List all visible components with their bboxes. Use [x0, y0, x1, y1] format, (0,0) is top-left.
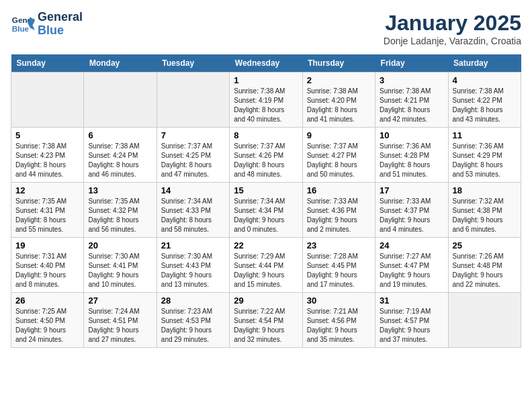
day-number: 1 — [234, 75, 298, 85]
day-number: 14 — [161, 185, 225, 195]
calendar-cell — [84, 73, 157, 128]
day-number: 19 — [15, 240, 79, 250]
day-number: 25 — [453, 240, 517, 250]
calendar-cell: 7Sunrise: 7:37 AM Sunset: 4:25 PM Daylig… — [157, 128, 229, 183]
day-number: 15 — [234, 185, 298, 195]
calendar-cell: 12Sunrise: 7:35 AM Sunset: 4:31 PM Dayli… — [11, 183, 84, 238]
day-info: Sunrise: 7:27 AM Sunset: 4:47 PM Dayligh… — [380, 252, 443, 289]
calendar-cell: 23Sunrise: 7:28 AM Sunset: 4:45 PM Dayli… — [302, 238, 375, 293]
day-number: 17 — [380, 185, 443, 195]
day-info: Sunrise: 7:38 AM Sunset: 4:24 PM Dayligh… — [88, 142, 152, 179]
day-number: 11 — [453, 130, 517, 140]
day-info: Sunrise: 7:33 AM Sunset: 4:37 PM Dayligh… — [380, 197, 443, 234]
day-info: Sunrise: 7:22 AM Sunset: 4:54 PM Dayligh… — [234, 307, 298, 345]
calendar-cell: 24Sunrise: 7:27 AM Sunset: 4:47 PM Dayli… — [375, 238, 448, 293]
day-number: 3 — [380, 75, 443, 85]
calendar-cell: 29Sunrise: 7:22 AM Sunset: 4:54 PM Dayli… — [230, 293, 302, 348]
day-info: Sunrise: 7:31 AM Sunset: 4:40 PM Dayligh… — [15, 252, 79, 289]
calendar-cell: 25Sunrise: 7:26 AM Sunset: 4:48 PM Dayli… — [448, 238, 521, 293]
day-info: Sunrise: 7:35 AM Sunset: 4:31 PM Dayligh… — [15, 197, 79, 234]
day-number: 16 — [307, 185, 371, 195]
calendar-cell: 27Sunrise: 7:24 AM Sunset: 4:51 PM Dayli… — [84, 293, 157, 348]
day-number: 7 — [161, 130, 225, 140]
day-info: Sunrise: 7:37 AM Sunset: 4:25 PM Dayligh… — [161, 142, 225, 179]
day-number: 23 — [307, 240, 371, 250]
day-info: Sunrise: 7:19 AM Sunset: 4:57 PM Dayligh… — [380, 307, 443, 345]
day-number: 29 — [234, 295, 298, 306]
day-info: Sunrise: 7:38 AM Sunset: 4:19 PM Dayligh… — [234, 87, 298, 124]
day-info: Sunrise: 7:37 AM Sunset: 4:26 PM Dayligh… — [234, 142, 298, 179]
calendar-cell: 1Sunrise: 7:38 AM Sunset: 4:19 PM Daylig… — [230, 73, 302, 128]
day-number: 28 — [161, 295, 225, 306]
calendar-cell — [448, 293, 521, 348]
day-number: 21 — [161, 240, 225, 250]
calendar-cell: 17Sunrise: 7:33 AM Sunset: 4:37 PM Dayli… — [375, 183, 448, 238]
calendar-cell: 6Sunrise: 7:38 AM Sunset: 4:24 PM Daylig… — [84, 128, 157, 183]
day-header-sunday: Sunday — [11, 54, 84, 73]
calendar-cell: 19Sunrise: 7:31 AM Sunset: 4:40 PM Dayli… — [11, 238, 84, 293]
day-number: 8 — [234, 130, 298, 140]
day-number: 13 — [88, 185, 152, 195]
day-info: Sunrise: 7:30 AM Sunset: 4:43 PM Dayligh… — [161, 252, 225, 289]
day-header-saturday: Saturday — [448, 54, 521, 73]
day-number: 12 — [15, 185, 79, 195]
calendar-cell: 31Sunrise: 7:19 AM Sunset: 4:57 PM Dayli… — [375, 293, 448, 348]
calendar-cell: 14Sunrise: 7:34 AM Sunset: 4:33 PM Dayli… — [157, 183, 229, 238]
logo-icon: General Blue — [11, 12, 35, 36]
day-number: 2 — [307, 75, 371, 85]
svg-text:Blue: Blue — [12, 24, 30, 33]
calendar-cell — [157, 73, 229, 128]
day-number: 31 — [380, 295, 443, 306]
calendar-cell: 26Sunrise: 7:25 AM Sunset: 4:50 PM Dayli… — [11, 293, 84, 348]
day-header-tuesday: Tuesday — [157, 54, 229, 73]
day-number: 20 — [88, 240, 152, 250]
calendar-cell: 18Sunrise: 7:32 AM Sunset: 4:38 PM Dayli… — [448, 183, 521, 238]
title-area: January 2025 Donje Ladanje, Varazdin, Cr… — [384, 11, 521, 46]
day-number: 5 — [15, 130, 79, 140]
day-info: Sunrise: 7:38 AM Sunset: 4:23 PM Dayligh… — [15, 142, 79, 179]
day-number: 27 — [88, 295, 152, 306]
day-info: Sunrise: 7:25 AM Sunset: 4:50 PM Dayligh… — [15, 307, 79, 345]
logo: General Blue GeneralBlue — [11, 11, 83, 38]
day-info: Sunrise: 7:37 AM Sunset: 4:27 PM Dayligh… — [307, 142, 371, 179]
calendar-cell: 28Sunrise: 7:23 AM Sunset: 4:53 PM Dayli… — [157, 293, 229, 348]
day-number: 4 — [453, 75, 517, 85]
week-row-3: 12Sunrise: 7:35 AM Sunset: 4:31 PM Dayli… — [11, 183, 521, 238]
day-info: Sunrise: 7:30 AM Sunset: 4:41 PM Dayligh… — [88, 252, 152, 289]
day-info: Sunrise: 7:38 AM Sunset: 4:21 PM Dayligh… — [380, 87, 443, 124]
calendar-table: SundayMondayTuesdayWednesdayThursdayFrid… — [11, 54, 521, 348]
calendar-cell: 20Sunrise: 7:30 AM Sunset: 4:41 PM Dayli… — [84, 238, 157, 293]
day-header-friday: Friday — [375, 54, 448, 73]
day-info: Sunrise: 7:32 AM Sunset: 4:38 PM Dayligh… — [453, 197, 517, 234]
day-number: 26 — [15, 295, 79, 306]
header: General Blue GeneralBlue January 2025 Do… — [11, 11, 521, 46]
day-info: Sunrise: 7:33 AM Sunset: 4:36 PM Dayligh… — [307, 197, 371, 234]
day-header-monday: Monday — [84, 54, 157, 73]
day-info: Sunrise: 7:34 AM Sunset: 4:33 PM Dayligh… — [161, 197, 225, 234]
calendar-cell: 11Sunrise: 7:36 AM Sunset: 4:29 PM Dayli… — [448, 128, 521, 183]
calendar-cell: 16Sunrise: 7:33 AM Sunset: 4:36 PM Dayli… — [302, 183, 375, 238]
week-row-4: 19Sunrise: 7:31 AM Sunset: 4:40 PM Dayli… — [11, 238, 521, 293]
day-info: Sunrise: 7:34 AM Sunset: 4:34 PM Dayligh… — [234, 197, 298, 234]
day-header-wednesday: Wednesday — [230, 54, 302, 73]
day-info: Sunrise: 7:35 AM Sunset: 4:32 PM Dayligh… — [88, 197, 152, 234]
day-info: Sunrise: 7:38 AM Sunset: 4:20 PM Dayligh… — [307, 87, 371, 124]
day-info: Sunrise: 7:38 AM Sunset: 4:22 PM Dayligh… — [453, 87, 517, 124]
day-number: 22 — [234, 240, 298, 250]
day-number: 9 — [307, 130, 371, 140]
calendar-cell: 15Sunrise: 7:34 AM Sunset: 4:34 PM Dayli… — [230, 183, 302, 238]
week-row-2: 5Sunrise: 7:38 AM Sunset: 4:23 PM Daylig… — [11, 128, 521, 183]
calendar-cell: 22Sunrise: 7:29 AM Sunset: 4:44 PM Dayli… — [230, 238, 302, 293]
day-info: Sunrise: 7:26 AM Sunset: 4:48 PM Dayligh… — [453, 252, 517, 289]
calendar-subtitle: Donje Ladanje, Varazdin, Croatia — [384, 36, 521, 46]
calendar-cell: 10Sunrise: 7:36 AM Sunset: 4:28 PM Dayli… — [375, 128, 448, 183]
day-info: Sunrise: 7:36 AM Sunset: 4:28 PM Dayligh… — [380, 142, 443, 179]
calendar-cell: 4Sunrise: 7:38 AM Sunset: 4:22 PM Daylig… — [448, 73, 521, 128]
calendar-cell: 13Sunrise: 7:35 AM Sunset: 4:32 PM Dayli… — [84, 183, 157, 238]
days-header-row: SundayMondayTuesdayWednesdayThursdayFrid… — [11, 54, 521, 73]
day-info: Sunrise: 7:28 AM Sunset: 4:45 PM Dayligh… — [307, 252, 371, 289]
day-info: Sunrise: 7:36 AM Sunset: 4:29 PM Dayligh… — [453, 142, 517, 179]
day-info: Sunrise: 7:24 AM Sunset: 4:51 PM Dayligh… — [88, 307, 152, 345]
week-row-5: 26Sunrise: 7:25 AM Sunset: 4:50 PM Dayli… — [11, 293, 521, 348]
day-number: 18 — [453, 185, 517, 195]
